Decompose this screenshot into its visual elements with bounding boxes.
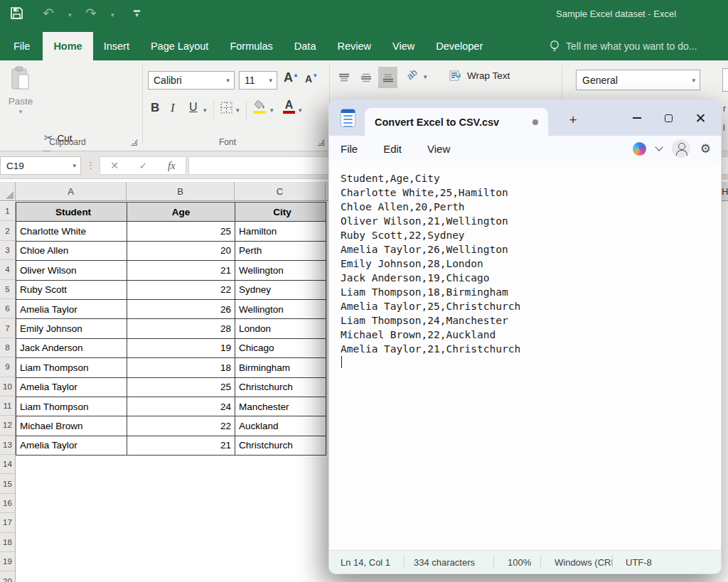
row-header-17[interactable]: 17 [0, 513, 16, 532]
ribbon-tab-developer[interactable]: Developer [425, 32, 493, 60]
row-header-12[interactable]: 12 [0, 416, 16, 435]
row-header-14[interactable]: 14 [0, 455, 16, 474]
ribbon-tab-insert[interactable]: Insert [93, 32, 140, 60]
data-cell[interactable]: Perth [235, 242, 326, 261]
data-cell[interactable]: 25 [127, 222, 235, 241]
undo-dropdown-icon[interactable]: ▾ [68, 11, 72, 18]
save-icon[interactable] [10, 6, 23, 20]
clipboard-dialog-launcher-icon[interactable] [131, 139, 137, 146]
row-header-19[interactable]: 19 [0, 552, 16, 571]
data-cell[interactable]: Amelia Taylor [16, 436, 127, 456]
data-cell[interactable]: Amelia Taylor [16, 378, 127, 397]
ribbon-tab-home[interactable]: Home [43, 32, 92, 60]
menu-edit[interactable]: Edit [375, 139, 410, 158]
select-all-corner[interactable] [0, 182, 16, 200]
italic-button[interactable]: I [171, 101, 175, 115]
data-cell[interactable]: Christchurch [235, 378, 326, 397]
undo-icon[interactable]: ↶ [43, 5, 54, 21]
notepad-titlebar[interactable]: Convert Excel to CSV.csv + ✕ [329, 100, 721, 136]
data-cell[interactable]: 22 [127, 416, 235, 436]
data-cell[interactable]: London [235, 319, 326, 338]
orientation-dropdown-icon[interactable]: ▾ [424, 73, 427, 80]
maximize-button[interactable] [653, 100, 685, 136]
ribbon-tab-view[interactable]: View [382, 32, 425, 60]
borders-button[interactable] [220, 102, 232, 114]
account-icon[interactable] [672, 139, 690, 158]
copilot-chevron-icon[interactable] [655, 143, 663, 151]
data-cell[interactable]: 20 [127, 242, 235, 261]
data-cell[interactable]: 25 [127, 378, 235, 397]
data-cell[interactable]: 21 [127, 261, 235, 280]
close-button[interactable]: ✕ [685, 100, 717, 136]
row-header-8[interactable]: 8 [0, 338, 16, 357]
number-format-combo[interactable]: General ▾ [576, 70, 700, 90]
row-header-4[interactable]: 4 [0, 260, 16, 279]
font-dialog-launcher-icon[interactable] [318, 139, 324, 146]
row-header-2[interactable]: 2 [0, 221, 16, 240]
data-cell[interactable]: Sydney [235, 281, 326, 300]
font-size-dropdown-icon[interactable]: ▾ [269, 77, 277, 84]
row-header-16[interactable]: 16 [0, 494, 16, 513]
ribbon-tab-formulas[interactable]: Formulas [219, 32, 283, 60]
bottom-align-button[interactable] [378, 67, 397, 88]
ribbon-tab-file[interactable]: File [0, 32, 43, 60]
row-header-13[interactable]: 13 [0, 436, 16, 455]
enter-check-icon[interactable]: ✓ [139, 160, 148, 171]
middle-align-button[interactable] [356, 67, 375, 88]
ribbon-tab-review[interactable]: Review [326, 32, 382, 60]
borders-dropdown-icon[interactable]: ▾ [236, 107, 240, 114]
header-cell[interactable]: Student [16, 203, 127, 222]
header-cell[interactable]: City [235, 203, 326, 222]
row-header-5[interactable]: 5 [0, 280, 16, 299]
row-header-18[interactable]: 18 [0, 533, 16, 552]
ribbon-tab-page-layout[interactable]: Page Layout [140, 32, 219, 60]
data-cell[interactable]: Michael Brown [16, 416, 127, 436]
settings-gear-icon[interactable]: ⚙ [700, 141, 711, 156]
minimize-button[interactable] [621, 100, 653, 136]
data-cell[interactable]: Birmingham [235, 358, 326, 377]
row-header-3[interactable]: 3 [0, 241, 16, 260]
underline-button[interactable]: U [189, 101, 198, 114]
row-header-11[interactable]: 11 [0, 397, 16, 416]
column-header-a[interactable]: A [16, 182, 127, 200]
data-cell[interactable]: Chicago [235, 339, 326, 358]
column-header-c[interactable]: C [235, 182, 326, 200]
row-header-9[interactable]: 9 [0, 357, 16, 377]
row-header-1[interactable]: 1 [0, 202, 16, 221]
data-cell[interactable]: Liam Thompson [16, 397, 127, 416]
new-tab-button[interactable]: + [562, 109, 584, 131]
data-cell[interactable]: 19 [127, 339, 235, 358]
fill-color-dropdown-icon[interactable]: ▾ [270, 107, 274, 114]
orientation-button[interactable]: ab [405, 67, 419, 82]
shrink-font-button[interactable]: A▼ [305, 72, 318, 85]
data-cell[interactable]: Auckland [235, 416, 326, 436]
notepad-tab[interactable]: Convert Excel to CSV.csv [365, 108, 548, 136]
data-cell[interactable]: 24 [127, 397, 235, 416]
row-header-20[interactable]: 20 [0, 571, 16, 582]
data-cell[interactable]: 18 [127, 358, 235, 377]
number-format-dropdown-icon[interactable]: ▾ [692, 77, 700, 84]
font-name-combo[interactable]: Calibri ▾ [148, 71, 235, 90]
ribbon-tab-data[interactable]: Data [284, 32, 327, 60]
name-box[interactable]: C19 ▾ [0, 156, 81, 175]
copilot-icon[interactable] [633, 142, 646, 156]
name-box-dropdown-icon[interactable]: ▾ [73, 162, 80, 169]
data-cell[interactable]: Amelia Taylor [16, 300, 127, 319]
data-cell[interactable]: 26 [127, 300, 235, 319]
data-cell[interactable]: Charlotte White [16, 222, 127, 241]
notepad-text-area[interactable]: Student,Age,City Charlotte White,25,Hami… [329, 161, 721, 550]
wrap-text-button[interactable]: Wrap Text [449, 70, 510, 82]
data-cell[interactable]: Ruby Scott [16, 281, 127, 300]
data-cell[interactable]: Chloe Allen [16, 242, 127, 261]
data-cell[interactable]: Hamilton [235, 222, 326, 241]
data-cell[interactable]: Emily Johnson [16, 319, 127, 338]
data-cell[interactable]: Wellington [235, 300, 326, 319]
grow-font-button[interactable]: A▲ [284, 70, 299, 85]
fill-color-button[interactable] [253, 99, 267, 114]
font-name-dropdown-icon[interactable]: ▾ [226, 77, 234, 84]
cancel-icon[interactable]: ✕ [110, 160, 119, 171]
row-header-10[interactable]: 10 [0, 377, 16, 397]
customize-quick-access-icon[interactable]: ▬▾ [134, 8, 140, 18]
insert-function-icon[interactable]: fx [168, 160, 176, 172]
font-color-dropdown-icon[interactable]: ▾ [299, 107, 302, 114]
